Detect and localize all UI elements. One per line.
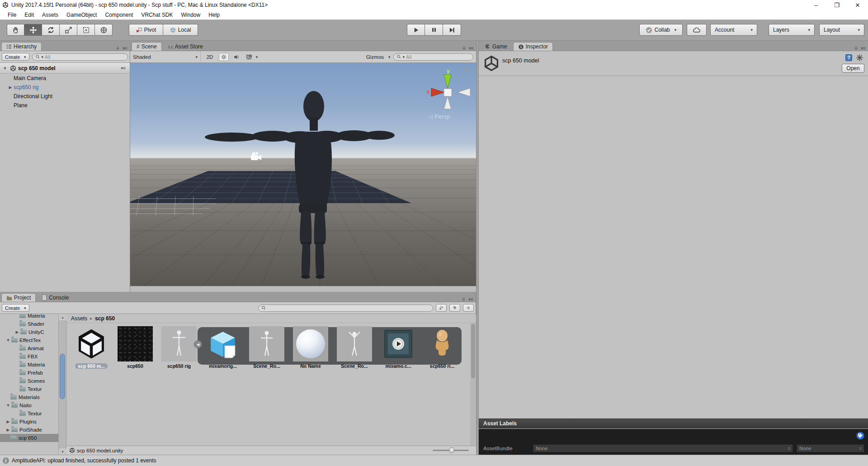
menu-vrchat-sdk[interactable]: VRChat SDK	[137, 11, 177, 19]
folder-item[interactable]: Materia	[0, 361, 66, 369]
hierarchy-item-main-camera[interactable]: Main Camera	[0, 74, 130, 83]
grid-scrollbar[interactable]	[470, 323, 476, 455]
collab-button[interactable]: Collab ▾	[639, 24, 683, 36]
shading-mode-dropdown[interactable]: Shaded ▾	[133, 51, 201, 62]
panel-menu-icon[interactable]: ▾≡	[469, 46, 474, 51]
project-search-input[interactable]	[258, 304, 433, 312]
favorites-star-button[interactable]: ★	[463, 304, 474, 312]
scroll-up-button[interactable]: ▲	[59, 314, 66, 320]
folder-item[interactable]: Shader	[0, 320, 66, 328]
scroll-down-button[interactable]: ▼	[59, 448, 66, 455]
folder-item[interactable]: ▼EffectTex	[0, 336, 66, 344]
scrollbar-thumb[interactable]	[471, 324, 475, 378]
disclosure-open-icon[interactable]: ▼	[2, 66, 8, 71]
search-by-label-button[interactable]	[449, 304, 460, 312]
folder-item[interactable]: ▶UnityC	[0, 328, 66, 336]
maximize-button[interactable]: ❐	[826, 0, 847, 10]
lock-icon[interactable]	[115, 45, 120, 51]
hand-tool-button[interactable]	[7, 24, 24, 36]
panel-menu-icon[interactable]: ▾≡	[861, 46, 866, 51]
breadcrumb-assets[interactable]: Assets	[71, 315, 87, 322]
disclosure-closed-icon[interactable]: ▶	[7, 85, 14, 90]
asset-tile-texture[interactable]: scp650	[114, 326, 156, 370]
open-button[interactable]: Open	[842, 64, 864, 73]
folder-item[interactable]: Prefab	[0, 369, 66, 377]
tab-hierarchy[interactable]: Hierarchy	[1, 42, 42, 51]
step-button[interactable]	[443, 24, 461, 36]
projection-mode-label[interactable]: ◁ Persp	[429, 114, 450, 120]
asset-tile-avatar[interactable]: scp650 ri...	[421, 326, 463, 370]
camera-gizmo-icon[interactable]	[250, 152, 262, 162]
layout-dropdown[interactable]: Layout ▾	[819, 24, 864, 36]
folder-item[interactable]: Materia	[0, 314, 66, 320]
transform-tool-button[interactable]	[95, 24, 113, 36]
menu-help[interactable]: Help	[204, 11, 224, 19]
folder-item[interactable]: ▶Plugins	[0, 418, 66, 426]
asset-tile-scene-root-2[interactable]: Scene_Ro...	[334, 326, 375, 370]
local-toggle-button[interactable]: Local	[163, 24, 198, 36]
status-bar[interactable]: i AmplitudeAPI: upload finished, success…	[0, 455, 868, 466]
layers-dropdown[interactable]: Layers ▾	[769, 24, 815, 36]
lock-icon[interactable]	[461, 296, 466, 302]
scene-row-menu-icon[interactable]: ▾≡	[121, 66, 128, 71]
menu-gameobject[interactable]: GameObject	[62, 11, 101, 19]
asset-tile-material[interactable]: No Name	[290, 326, 331, 370]
disclosure-open-icon[interactable]: ▼	[5, 338, 11, 342]
play-button[interactable]	[407, 24, 425, 36]
folder-item[interactable]: ▶PoiShade	[0, 426, 66, 434]
scrollbar-thumb[interactable]	[60, 354, 65, 399]
tab-project[interactable]: Project	[1, 293, 36, 302]
pivot-toggle-button[interactable]: Pivot	[129, 24, 163, 36]
folder-item[interactable]: FBX	[0, 352, 66, 361]
tab-scene[interactable]: # Scene	[132, 42, 162, 51]
panel-menu-icon[interactable]: ▾≡	[468, 297, 473, 302]
asset-labels-header[interactable]: Asset Labels	[479, 418, 868, 428]
scene-asset-row[interactable]: ▼ scp 650 model ▾≡	[0, 63, 130, 74]
project-create-button[interactable]: Create ▾	[2, 304, 29, 312]
folder-item[interactable]: Animat	[0, 344, 66, 352]
menu-assets[interactable]: Assets	[38, 11, 62, 19]
scene-viewport[interactable]: y x ◁ Persp	[130, 63, 476, 286]
folder-item[interactable]: ▼Naito	[0, 401, 66, 409]
gizmos-dropdown[interactable]: Gizmos ▾	[366, 54, 391, 60]
2d-toggle-button[interactable]: 2D	[203, 54, 216, 60]
tab-asset-store[interactable]: Asset Store	[163, 42, 208, 51]
asset-tile-animation[interactable]: mixamo.c...	[377, 326, 419, 370]
hierarchy-item-scp650-rig[interactable]: ▶ scp650 rig	[0, 83, 130, 92]
folder-item[interactable]: Textur	[0, 409, 66, 418]
tab-game[interactable]: Game	[480, 42, 512, 51]
breadcrumb-current[interactable]: scp 650	[95, 315, 115, 322]
folder-item[interactable]: Textur	[0, 385, 66, 393]
collapse-subassets-badge[interactable]: ◀	[194, 340, 202, 348]
lock-icon[interactable]	[854, 45, 859, 51]
hierarchy-create-button[interactable]: Create ▾	[2, 53, 29, 61]
asset-tile-rig[interactable]: scp650 rig ◀	[158, 326, 200, 370]
disclosure-closed-icon[interactable]: ▶	[5, 419, 11, 424]
search-by-type-button[interactable]	[436, 304, 447, 312]
scene-effects-dropdown[interactable]: ▾	[244, 53, 259, 61]
viewport-lock-icon[interactable]	[464, 67, 470, 73]
folder-item[interactable]: Materials	[0, 393, 66, 401]
search-filter-caret-icon[interactable]: ▾	[42, 55, 44, 59]
thumbnail-size-slider[interactable]	[433, 450, 469, 451]
lock-icon[interactable]	[462, 45, 467, 51]
scene-lighting-toggle[interactable]	[219, 53, 229, 61]
folder-item-selected[interactable]: scp 650	[0, 434, 66, 442]
menu-component[interactable]: Component	[101, 11, 137, 19]
panel-menu-icon[interactable]: ▾≡	[123, 46, 127, 51]
mannequin-model[interactable]	[198, 90, 406, 280]
tree-scrollbar[interactable]: ▲ ▼	[58, 314, 66, 455]
folder-item[interactable]: Scenes	[0, 377, 66, 385]
asset-tile-scene[interactable]: scp 650 m...	[71, 326, 112, 370]
rect-tool-button[interactable]	[77, 24, 95, 36]
labels-tag-icon[interactable]	[856, 432, 864, 440]
tab-inspector[interactable]: Inspector	[513, 42, 553, 51]
disclosure-open-icon[interactable]: ▼	[5, 403, 11, 408]
hierarchy-search-input[interactable]: ▾ All	[32, 53, 128, 61]
help-icon[interactable]: ?	[845, 54, 853, 62]
tab-console[interactable]: Console	[37, 293, 73, 302]
disclosure-closed-icon[interactable]: ▶	[5, 428, 11, 432]
asset-tile-prefab[interactable]: mixamorig...	[202, 326, 244, 370]
minimize-button[interactable]: –	[806, 0, 826, 10]
menu-edit[interactable]: Edit	[20, 11, 38, 19]
